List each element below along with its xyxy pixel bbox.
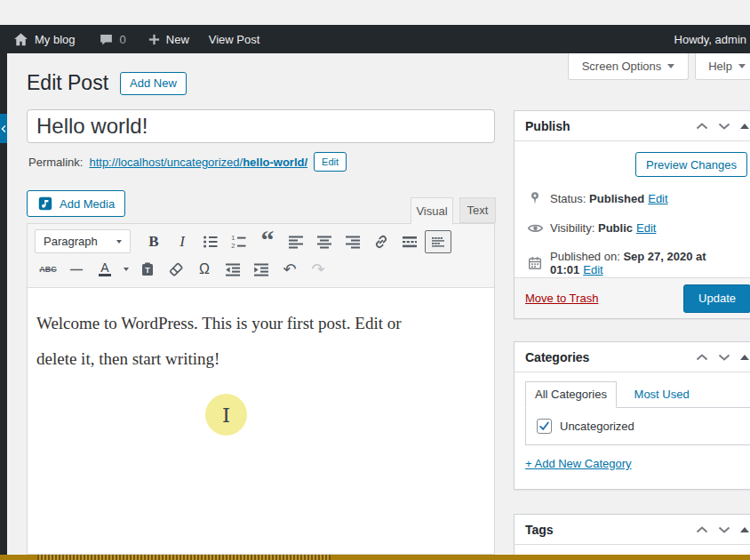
tab-text[interactable]: Text bbox=[459, 197, 496, 223]
strikethrough-icon: ABC bbox=[39, 265, 57, 274]
update-button[interactable]: Update bbox=[683, 284, 750, 313]
redo-icon: ↷ bbox=[311, 261, 324, 277]
comments-count: 0 bbox=[120, 33, 126, 46]
triangle-up-icon bbox=[740, 124, 749, 129]
tags-panel-header[interactable]: Tags bbox=[515, 515, 750, 545]
move-down-button[interactable] bbox=[718, 526, 730, 533]
move-to-trash-link[interactable]: Move to Trash bbox=[525, 292, 598, 305]
status-label: Status: bbox=[550, 192, 586, 205]
paste-as-text-button[interactable]: T bbox=[134, 258, 161, 281]
admin-menu-current-item[interactable] bbox=[0, 114, 7, 143]
toggle-panel-button[interactable] bbox=[740, 355, 749, 360]
category-label: Uncategorized bbox=[560, 420, 634, 433]
insert-link-button[interactable] bbox=[368, 230, 395, 253]
numbered-list-button[interactable]: 12 bbox=[226, 230, 252, 253]
paragraph-format-select[interactable]: Paragraph bbox=[35, 229, 131, 253]
italic-button[interactable]: I bbox=[169, 230, 195, 253]
omega-icon: Ω bbox=[199, 261, 210, 277]
categories-panel-header[interactable]: Categories bbox=[515, 342, 750, 372]
categories-panel-controls bbox=[696, 342, 749, 372]
redo-button[interactable]: ↷ bbox=[305, 258, 331, 281]
page-title: Edit Post bbox=[27, 71, 108, 95]
comments-menu[interactable]: 0 bbox=[99, 32, 126, 47]
move-up-button[interactable] bbox=[696, 123, 708, 130]
ibeam-cursor-icon: I bbox=[222, 404, 230, 427]
post-title-input[interactable] bbox=[27, 109, 495, 143]
indent-button[interactable] bbox=[248, 258, 275, 281]
new-content-menu[interactable]: New bbox=[148, 33, 189, 46]
bold-button[interactable]: B bbox=[140, 230, 167, 253]
toolbar-toggle-icon bbox=[429, 233, 447, 251]
add-new-category-link[interactable]: + Add New Category bbox=[525, 457, 632, 470]
paragraph-format-value: Paragraph bbox=[44, 235, 98, 248]
preview-changes-button[interactable]: Preview Changes bbox=[635, 152, 747, 177]
indent-icon bbox=[252, 260, 270, 278]
undo-icon: ↶ bbox=[283, 261, 296, 277]
add-new-button[interactable]: Add New bbox=[120, 72, 187, 95]
publish-panel-header[interactable]: Publish bbox=[515, 111, 750, 141]
outdent-button[interactable] bbox=[219, 258, 246, 281]
permalink-base: http://localhost/uncategorized/ bbox=[89, 156, 243, 169]
permalink-link[interactable]: http://localhost/uncategorized/hello-wor… bbox=[89, 156, 307, 169]
read-more-button[interactable] bbox=[396, 230, 423, 253]
text-color-caret-button[interactable] bbox=[120, 258, 132, 281]
permalink-label: Permalink: bbox=[28, 156, 83, 169]
page-heading: Edit Post Add New bbox=[27, 71, 187, 95]
blockquote-button[interactable]: “ bbox=[254, 230, 281, 253]
category-item: Uncategorized bbox=[537, 419, 739, 434]
add-media-button[interactable]: Add Media bbox=[27, 190, 125, 217]
move-up-button[interactable] bbox=[696, 526, 708, 533]
category-tabs: All Categories Most Used bbox=[525, 381, 750, 408]
eraser-icon bbox=[167, 260, 185, 278]
edit-visibility-link[interactable]: Edit bbox=[636, 221, 656, 235]
screen-options-tab[interactable]: Screen Options bbox=[568, 53, 689, 80]
horizontal-rule-button[interactable]: — bbox=[63, 258, 90, 281]
undo-button[interactable]: ↶ bbox=[276, 258, 303, 281]
horizontal-rule-icon: — bbox=[70, 262, 83, 276]
status-value: Published bbox=[589, 192, 644, 205]
editor-content[interactable]: Welcome to WordPress. This is your first… bbox=[28, 288, 494, 539]
view-post-link[interactable]: View Post bbox=[209, 33, 260, 46]
bottom-window-edge bbox=[0, 555, 750, 560]
edit-status-link[interactable]: Edit bbox=[648, 192, 667, 205]
publish-panel-body: Preview Changes Status: PublishedEdit Vi… bbox=[515, 141, 750, 276]
move-up-button[interactable] bbox=[696, 354, 708, 361]
align-right-button[interactable] bbox=[339, 230, 366, 253]
special-character-button[interactable]: Ω bbox=[191, 258, 218, 281]
tab-all-categories[interactable]: All Categories bbox=[525, 381, 617, 408]
tab-visual[interactable]: Visual bbox=[411, 197, 453, 224]
paste-as-text-icon: T bbox=[139, 260, 156, 278]
edit-published-link[interactable]: Edit bbox=[583, 263, 602, 276]
align-center-button[interactable] bbox=[311, 230, 338, 253]
tab-most-used[interactable]: Most Used bbox=[634, 388, 690, 401]
site-menu[interactable]: My blog bbox=[12, 31, 76, 48]
howdy-account-menu[interactable]: Howdy, admin bbox=[674, 33, 746, 46]
toggle-panel-button[interactable] bbox=[740, 124, 749, 129]
toolbar-toggle-button[interactable] bbox=[425, 230, 451, 253]
categories-panel: Categories All Categories Most Used Unca… bbox=[514, 341, 750, 490]
chevron-down-icon bbox=[667, 64, 674, 68]
strikethrough-button[interactable]: ABC bbox=[35, 258, 61, 281]
bottom-edge-texture bbox=[37, 555, 331, 560]
permalink-edit-button[interactable]: Edit bbox=[314, 152, 347, 172]
numbered-list-icon: 12 bbox=[230, 233, 248, 251]
bulleted-list-icon bbox=[202, 233, 219, 251]
admin-bar: My blog 0 New View Post Howdy, admin bbox=[0, 25, 750, 53]
text-color-icon: A bbox=[99, 261, 110, 276]
outdent-icon bbox=[224, 260, 242, 278]
bold-icon: B bbox=[148, 233, 158, 251]
uncategorized-checkbox[interactable] bbox=[537, 419, 552, 434]
move-down-button[interactable] bbox=[718, 354, 730, 361]
category-checklist: Uncategorized bbox=[525, 407, 750, 445]
clear-formatting-button[interactable] bbox=[163, 258, 189, 281]
bulleted-list-button[interactable] bbox=[197, 230, 224, 253]
align-left-button[interactable] bbox=[283, 230, 309, 253]
media-icon bbox=[37, 196, 53, 212]
published-on-row: Published on: Sep 27, 2020 at 01:01Edit bbox=[527, 250, 749, 276]
content-line-1: Welcome to WordPress. This is your first… bbox=[36, 306, 485, 341]
toggle-panel-button[interactable] bbox=[740, 527, 749, 532]
move-down-button[interactable] bbox=[718, 123, 730, 130]
text-color-button[interactable]: A bbox=[92, 258, 118, 281]
categories-body: All Categories Most Used Uncategorized +… bbox=[515, 372, 750, 480]
help-tab[interactable]: Help bbox=[695, 53, 750, 80]
